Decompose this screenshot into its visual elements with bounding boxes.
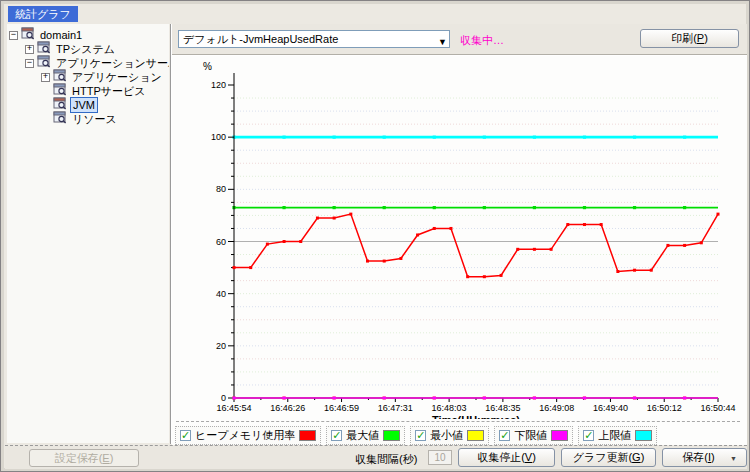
tree-item-label[interactable]: TPシステム — [54, 42, 117, 56]
tree-item-label[interactable]: JVM — [70, 97, 98, 113]
tree-item-label[interactable]: リソース — [70, 112, 119, 126]
legend-color-swatch — [467, 430, 484, 441]
collection-status-text: 収集中… — [460, 33, 504, 48]
svg-text:Time(HH:mm:ss): Time(HH:mm:ss) — [432, 414, 520, 419]
svg-text:16:48:03: 16:48:03 — [432, 403, 467, 413]
tree-item-アプリケーション[interactable]: +アプリケーション — [7, 70, 169, 84]
monitor-node-icon — [53, 111, 67, 127]
statistics-graph-window: 統計グラフ −domain1+TPシステム−アプリケーションサーバ+アプリケーシ… — [0, 0, 750, 472]
svg-text:100: 100 — [211, 132, 226, 142]
svg-text:16:48:35: 16:48:35 — [485, 403, 520, 413]
tree-item-HTTPサービス[interactable]: HTTPサービス — [7, 84, 169, 98]
monitor-node-icon — [21, 27, 35, 43]
legend-item-最小値: 最小値 — [410, 426, 489, 445]
svg-text:16:49:40: 16:49:40 — [593, 403, 628, 413]
save-button[interactable]: 保存(I) — [662, 448, 747, 467]
expand-icon[interactable]: + — [25, 45, 34, 54]
legend-checkbox-最小値[interactable] — [415, 430, 426, 441]
graph-panel: デフォルト-JvmHeapUsedRate ▼ 収集中… 印刷(P) % 020… — [172, 24, 747, 445]
svg-text:60: 60 — [216, 237, 226, 247]
heap-usage-line-chart: 02040608010012016:45:5416:46:2616:46:591… — [172, 56, 743, 419]
tree-item-label[interactable]: domain1 — [38, 28, 84, 42]
svg-text:20: 20 — [216, 341, 226, 351]
graph-select-dropdown[interactable]: デフォルト-JvmHeapUsedRate ▼ — [178, 30, 450, 48]
server-tree: −domain1+TPシステム−アプリケーションサーバ+アプリケーションHTTP… — [7, 24, 169, 443]
collapse-icon[interactable]: − — [25, 59, 34, 68]
graph-select-value: デフォルト-JvmHeapUsedRate — [183, 33, 338, 45]
svg-text:120: 120 — [211, 80, 226, 90]
legend-checkbox-最大値[interactable] — [331, 430, 342, 441]
legend-checkbox-ヒープメモリ使用率[interactable] — [180, 430, 191, 441]
svg-text:16:45:54: 16:45:54 — [216, 403, 251, 413]
svg-text:0: 0 — [221, 393, 226, 403]
legend-item-下限値: 下限値 — [494, 426, 573, 445]
interval-input[interactable] — [428, 450, 452, 465]
legend-label: 上限値 — [598, 428, 631, 443]
legend-checkbox-下限値[interactable] — [499, 430, 510, 441]
legend-label: 最大値 — [346, 428, 379, 443]
tree-item-label[interactable]: アプリケーション — [70, 70, 164, 84]
svg-text:16:50:44: 16:50:44 — [700, 403, 735, 413]
legend-color-swatch — [635, 430, 652, 441]
tree-item-domain1[interactable]: −domain1 — [7, 28, 169, 42]
legend-label: 下限値 — [514, 428, 547, 443]
graph-toolbar: デフォルト-JvmHeapUsedRate ▼ 収集中… 印刷(P) — [172, 24, 747, 54]
chevron-down-icon[interactable]: ▼ — [438, 34, 447, 50]
legend-color-swatch — [551, 430, 568, 441]
refresh-graph-button[interactable]: グラフ更新(G) — [561, 448, 656, 467]
tree-item-label[interactable]: HTTPサービス — [70, 84, 148, 98]
legend-color-swatch — [383, 430, 400, 441]
tree-item-アプリケーションサーバ[interactable]: −アプリケーションサーバ — [7, 56, 169, 70]
legend-item-上限値: 上限値 — [578, 426, 657, 445]
legend-item-最大値: 最大値 — [326, 426, 405, 445]
expand-icon[interactable]: + — [41, 73, 50, 82]
legend-item-ヒープメモリ使用率: ヒープメモリ使用率 — [175, 426, 321, 445]
svg-text:16:46:59: 16:46:59 — [324, 403, 359, 413]
tab-statistics-graph[interactable]: 統計グラフ — [8, 6, 78, 22]
interval-label: 収集間隔(秒) — [355, 452, 417, 467]
tree-item-リソース[interactable]: リソース — [7, 112, 169, 126]
legend-divider — [176, 421, 740, 422]
print-button[interactable]: 印刷(P) — [640, 29, 739, 48]
legend-color-swatch — [299, 430, 316, 441]
legend-checkbox-上限値[interactable] — [583, 430, 594, 441]
stop-collection-button[interactable]: 収集停止(V) — [458, 448, 555, 467]
svg-text:80: 80 — [216, 184, 226, 194]
legend-label: ヒープメモリ使用率 — [195, 428, 295, 443]
legend-label: 最小値 — [430, 428, 463, 443]
save-settings-button[interactable]: 設定保存(E) — [29, 449, 139, 467]
chart-legend: ヒープメモリ使用率最大値最小値下限値上限値 — [175, 426, 657, 445]
svg-text:16:47:31: 16:47:31 — [378, 403, 413, 413]
svg-text:16:49:08: 16:49:08 — [539, 403, 574, 413]
tree-item-TPシステム[interactable]: +TPシステム — [7, 42, 169, 56]
tree-item-label[interactable]: アプリケーションサーバ — [54, 56, 169, 70]
monitor-node-icon — [37, 55, 51, 71]
tree-item-JVM[interactable]: JVM — [7, 98, 169, 112]
svg-text:40: 40 — [216, 289, 226, 299]
bottom-bar: 設定保存(E) 収集間隔(秒) 収集停止(V) グラフ更新(G) 保存(I) — [5, 446, 747, 469]
svg-text:16:46:26: 16:46:26 — [270, 403, 305, 413]
svg-text:16:50:12: 16:50:12 — [647, 403, 682, 413]
collapse-icon[interactable]: − — [9, 31, 18, 40]
